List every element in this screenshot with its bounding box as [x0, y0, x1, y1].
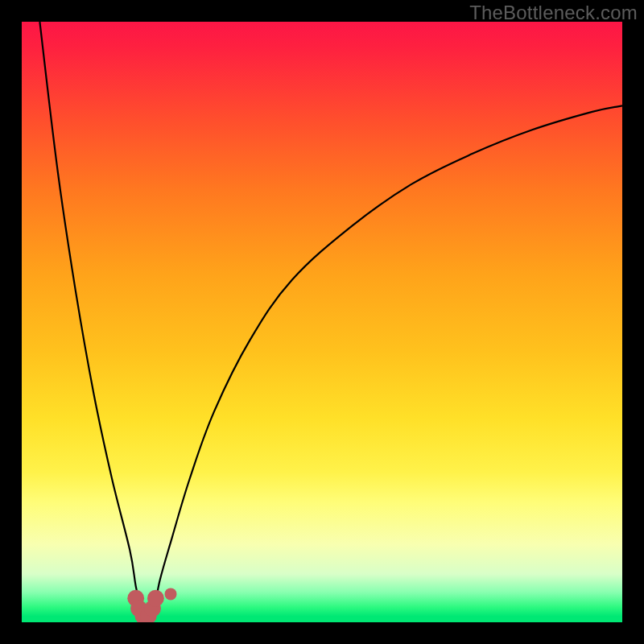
curves-svg	[22, 22, 622, 622]
watermark-text: TheBottleneck.com	[469, 2, 638, 24]
marker-dot	[147, 590, 164, 607]
gradient-plot-area	[22, 22, 622, 622]
right-curve	[148, 105, 622, 619]
marker-dot	[165, 588, 177, 600]
optimum-markers	[127, 588, 176, 622]
chart-frame: TheBottleneck.com	[0, 0, 644, 644]
left-curve	[39, 22, 147, 619]
